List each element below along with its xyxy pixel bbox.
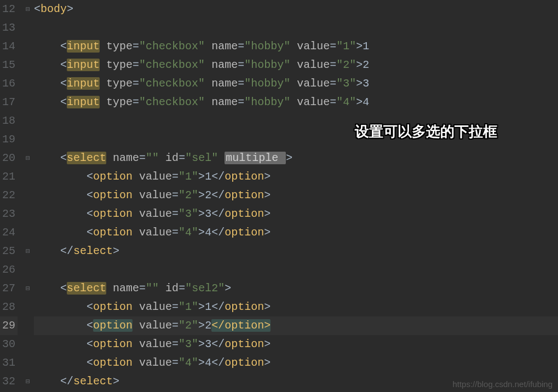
code-line[interactable] <box>34 19 558 37</box>
token-a: value <box>139 170 172 183</box>
token-p: </ <box>211 226 225 239</box>
code-line[interactable]: <input type="checkbox" name="hobby" valu… <box>34 93 558 112</box>
token-p: > <box>356 40 363 53</box>
code-line[interactable]: <option value="4">4</option> <box>34 223 558 242</box>
code-area[interactable]: <body> <input type="checkbox" name="hobb… <box>34 0 558 392</box>
code-line[interactable]: <select name="" id="sel" multiple > <box>34 149 558 168</box>
token-p <box>218 152 225 164</box>
line-number: 12 <box>0 0 18 19</box>
fold-close-icon[interactable] <box>24 377 32 386</box>
line-number: 32 <box>0 372 18 391</box>
token-t: option <box>93 170 133 183</box>
fold-open-icon[interactable] <box>24 284 32 293</box>
token-p: < <box>34 152 67 164</box>
code-line[interactable]: <option value="2">2</option> <box>34 186 558 205</box>
token-s: "1" <box>179 170 198 183</box>
token-t: option <box>93 338 133 350</box>
line-number: 13 <box>0 19 18 37</box>
code-line[interactable] <box>34 112 558 130</box>
token-p <box>106 152 113 164</box>
line-number-gutter: 1213141516171819202122232425262728293031… <box>0 0 23 392</box>
line-number: 25 <box>0 242 18 261</box>
token-p: > <box>264 301 271 313</box>
token-p: > <box>198 319 205 332</box>
code-line[interactable]: <option value="3">3</option> <box>34 205 558 223</box>
token-t: option <box>225 189 264 201</box>
token-a: type <box>106 96 133 108</box>
token-eq: = <box>139 282 146 295</box>
token-p: > <box>198 207 205 220</box>
token-p: </ <box>211 301 225 313</box>
token-s: "checkbox" <box>139 40 205 53</box>
code-line[interactable]: <option value="1">1</option> <box>34 168 558 186</box>
token-p: </ <box>34 245 73 257</box>
line-number: 19 <box>0 130 18 149</box>
token-p <box>100 77 106 90</box>
token-t: select <box>73 375 113 388</box>
token-p <box>133 301 139 313</box>
line-number: 24 <box>0 223 18 242</box>
token-a: name <box>113 282 139 295</box>
token-s: "3" <box>179 207 198 220</box>
code-line[interactable]: <body> <box>34 0 558 19</box>
token-t: select <box>73 245 113 257</box>
token-a: id <box>165 282 179 295</box>
fold-open-icon[interactable] <box>24 154 32 163</box>
token-p <box>106 282 113 295</box>
token-t: option <box>93 189 133 201</box>
token-tx: 4 <box>205 356 211 369</box>
code-line[interactable]: <input type="checkbox" name="hobby" valu… <box>34 37 558 56</box>
token-p: < <box>34 207 93 220</box>
token-p <box>133 319 139 332</box>
token-p: > <box>198 189 205 201</box>
token-a: id <box>165 152 179 164</box>
token-p: > <box>198 356 205 369</box>
token-p: > <box>264 170 271 183</box>
code-line[interactable] <box>34 130 558 149</box>
token-p: < <box>34 59 67 71</box>
token-p: </ <box>211 338 225 350</box>
line-number: 16 <box>0 74 18 93</box>
token-a: value <box>139 356 172 369</box>
token-p: > <box>356 59 363 71</box>
token-eq: = <box>133 77 139 90</box>
line-number: 23 <box>0 205 18 223</box>
token-tx: 2 <box>205 189 211 201</box>
token-p: < <box>34 338 93 350</box>
token-p: > <box>356 77 363 90</box>
code-line[interactable]: <input type="checkbox" name="hobby" valu… <box>34 74 558 93</box>
token-p <box>205 59 211 71</box>
code-line[interactable]: <option value="1">1</option> <box>34 298 558 316</box>
token-p: > <box>67 3 73 15</box>
code-line[interactable]: <option value="3">3</option> <box>34 335 558 354</box>
token-p <box>100 40 106 53</box>
token-p: </ <box>34 375 73 388</box>
token-hl-tag: input <box>67 59 100 71</box>
code-line[interactable]: <option value="4">4</option> <box>34 354 558 372</box>
token-t: option <box>93 301 133 313</box>
token-hl-tag: input <box>67 40 100 53</box>
token-eq: = <box>172 301 179 313</box>
code-line[interactable]: </select> <box>34 242 558 261</box>
token-p: </ <box>211 170 225 183</box>
token-eq: = <box>172 170 179 183</box>
code-line[interactable]: <input type="checkbox" name="hobby" valu… <box>34 56 558 74</box>
token-match: option <box>93 319 133 332</box>
token-eq: = <box>179 282 185 295</box>
fold-open-icon[interactable] <box>24 5 32 14</box>
token-tx: 2 <box>205 319 211 332</box>
token-a: type <box>106 59 133 71</box>
line-number: 27 <box>0 279 18 298</box>
fold-close-icon[interactable] <box>24 247 32 256</box>
line-number: 17 <box>0 93 18 112</box>
code-line[interactable]: </select> <box>34 372 558 391</box>
token-a: name <box>211 77 238 90</box>
code-line[interactable]: <option value="2">2</option> <box>34 316 558 335</box>
token-match: </option> <box>211 319 271 332</box>
code-line[interactable]: <select name="" id="sel2"> <box>34 279 558 298</box>
code-line[interactable] <box>34 261 558 279</box>
token-s: "checkbox" <box>139 96 205 108</box>
code-editor[interactable]: 1213141516171819202122232425262728293031… <box>0 0 558 392</box>
token-hl-tag: input <box>67 96 100 108</box>
fold-column <box>23 0 34 392</box>
